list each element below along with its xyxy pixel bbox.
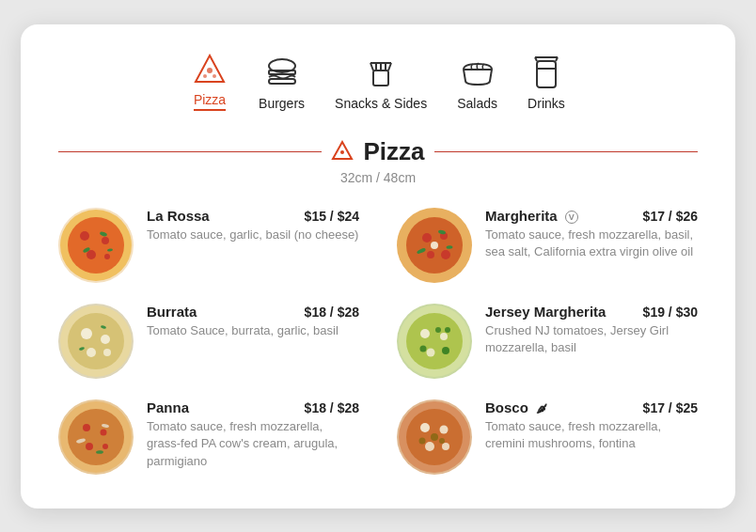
burgers-icon [263, 56, 301, 90]
pizza-section-icon [331, 140, 354, 163]
item-name: Margherita V [485, 208, 578, 224]
svg-point-61 [440, 333, 448, 340]
svg-point-36 [103, 349, 111, 356]
svg-rect-6 [269, 79, 295, 84]
svg-point-75 [439, 438, 445, 444]
chili-icon: 🌶 [536, 402, 547, 415]
nav-label-snacks: Snacks & Sides [335, 96, 427, 111]
list-item: La Rossa $15 / $24 Tomato sauce, garlic,… [58, 208, 359, 283]
svg-point-65 [435, 327, 441, 333]
nav-item-salads[interactable]: Salads [457, 56, 497, 111]
snacks-icon [362, 56, 400, 90]
divider-right [434, 151, 698, 152]
veg-badge: V [565, 211, 578, 224]
svg-point-73 [431, 433, 438, 441]
svg-point-54 [431, 242, 438, 249]
svg-point-23 [68, 217, 124, 274]
svg-point-71 [425, 442, 434, 451]
svg-point-1 [203, 74, 207, 78]
svg-point-43 [86, 443, 93, 450]
item-price: $17 / $25 [643, 400, 698, 415]
pizza-image-jersey [397, 304, 472, 379]
item-info-bosco: Bosco 🌶 $17 / $25 Tomato sauce, fresh mo… [485, 399, 698, 454]
item-info-margherita: Margherita V $17 / $26 Tomato sauce, fre… [485, 208, 698, 262]
list-item: Bosco 🌶 $17 / $25 Tomato sauce, fresh mo… [397, 399, 698, 475]
svg-point-44 [102, 444, 108, 449]
item-desc: Tomato sauce, garlic, basil (no cheese) [147, 227, 359, 244]
svg-point-40 [68, 409, 124, 465]
item-desc: Tomato sauce, fresh mozzarella, cremini … [485, 418, 698, 454]
salads-icon [459, 56, 496, 90]
section-header: Pizza [58, 137, 698, 166]
nav-label-burgers: Burgers [259, 96, 305, 111]
svg-point-53 [441, 250, 450, 259]
item-name: La Rossa [147, 208, 210, 224]
svg-point-35 [87, 348, 96, 357]
item-price: $15 / $24 [305, 209, 359, 224]
list-item: Margherita V $17 / $26 Tomato sauce, fre… [397, 208, 698, 283]
menu-col-left: La Rossa $15 / $24 Tomato sauce, garlic,… [58, 208, 359, 475]
item-desc: Crushed NJ tomatoes, Jersey Girl mozzare… [485, 322, 698, 358]
svg-rect-15 [537, 61, 556, 87]
list-item: Panna $18 / $28 Tomato sauce, fresh mozz… [58, 399, 359, 475]
svg-point-26 [87, 250, 96, 259]
nav-label-salads: Salads [457, 96, 497, 111]
svg-point-66 [445, 327, 450, 333]
svg-point-72 [442, 443, 449, 450]
section-subtitle: 32cm / 48cm [58, 170, 698, 185]
nav-item-snacks[interactable]: Snacks & Sides [335, 56, 427, 111]
item-price: $18 / $28 [305, 305, 359, 320]
pizza-image-panna [58, 399, 134, 475]
item-price: $17 / $26 [643, 209, 698, 224]
item-desc: Tomato Sauce, burrata, garlic, basil [147, 322, 359, 340]
svg-point-25 [102, 237, 109, 244]
svg-point-20 [340, 150, 344, 154]
menu-grid: La Rossa $15 / $24 Tomato sauce, garlic,… [58, 208, 698, 475]
svg-point-27 [104, 254, 110, 259]
item-info-panna: Panna $18 / $28 Tomato sauce, fresh mozz… [147, 399, 359, 472]
item-price: $19 / $30 [643, 305, 698, 320]
svg-point-24 [80, 231, 89, 241]
svg-point-64 [420, 345, 427, 352]
svg-point-2 [213, 74, 216, 78]
category-nav: Pizza Burgers [58, 53, 698, 111]
nav-label-drinks: Drinks [528, 96, 565, 111]
svg-point-70 [440, 425, 449, 433]
item-name: Burrata [147, 304, 197, 320]
svg-point-34 [101, 335, 110, 344]
svg-point-52 [427, 251, 434, 258]
svg-point-69 [420, 423, 430, 432]
item-info-burrata: Burrata $18 / $28 Tomato Sauce, burrata,… [147, 304, 359, 340]
section-title: Pizza [363, 137, 424, 166]
nav-item-burgers[interactable]: Burgers [259, 56, 305, 111]
item-name: Jersey Margherita [485, 304, 606, 320]
nav-item-drinks[interactable]: Drinks [528, 56, 565, 111]
svg-point-0 [207, 68, 213, 73]
svg-point-74 [419, 437, 426, 444]
svg-point-63 [442, 347, 449, 354]
svg-point-50 [422, 233, 432, 243]
item-name: Bosco 🌶 [485, 399, 547, 415]
svg-point-59 [406, 313, 463, 369]
nav-label-pizza: Pizza [194, 92, 226, 111]
list-item: Burrata $18 / $28 Tomato Sauce, burrata,… [58, 304, 359, 379]
svg-point-32 [68, 313, 124, 369]
item-name: Panna [147, 399, 189, 415]
svg-point-42 [101, 429, 107, 435]
nav-item-pizza[interactable]: Pizza [191, 53, 228, 111]
svg-rect-7 [373, 70, 388, 86]
pizza-image-burrata [58, 304, 134, 379]
pizza-image-bosco [397, 399, 472, 475]
pizza-icon [191, 53, 228, 86]
menu-card: Pizza Burgers [21, 24, 735, 509]
svg-line-8 [370, 63, 373, 70]
svg-point-62 [427, 348, 435, 356]
svg-point-60 [420, 329, 430, 338]
item-desc: Tomato sauce, fresh mozzarella, grass-fe… [147, 418, 359, 472]
svg-line-9 [388, 63, 391, 70]
divider-left [58, 151, 322, 152]
menu-col-right: Margherita V $17 / $26 Tomato sauce, fre… [397, 208, 698, 475]
item-price: $18 / $28 [305, 400, 359, 415]
pizza-image-margherita [397, 208, 472, 283]
drinks-icon [528, 56, 565, 90]
